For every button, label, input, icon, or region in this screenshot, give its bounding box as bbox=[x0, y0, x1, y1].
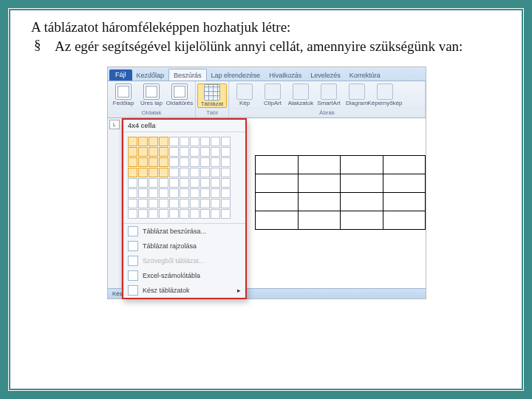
grid-cell[interactable] bbox=[211, 199, 220, 208]
grid-cell[interactable] bbox=[159, 199, 168, 208]
grid-cell[interactable] bbox=[159, 147, 168, 157]
grid-cell[interactable] bbox=[190, 178, 200, 188]
grid-cell[interactable] bbox=[138, 147, 148, 157]
grid-cell[interactable] bbox=[138, 178, 148, 188]
grid-cell[interactable] bbox=[221, 147, 231, 157]
grid-cell[interactable] bbox=[221, 188, 231, 198]
btn-smartart[interactable]: SmartArt bbox=[315, 83, 343, 106]
grid-cell[interactable] bbox=[138, 137, 148, 146]
grid-cell[interactable] bbox=[190, 209, 200, 219]
menu-quick-tables[interactable]: Kész táblázatok▸ bbox=[123, 283, 245, 298]
grid-cell[interactable] bbox=[138, 168, 148, 177]
grid-cell[interactable] bbox=[169, 157, 179, 167]
grid-cell[interactable] bbox=[169, 137, 179, 146]
grid-cell[interactable] bbox=[180, 168, 189, 177]
tab-home[interactable]: Kezdőlap bbox=[132, 69, 169, 81]
grid-cell[interactable] bbox=[211, 147, 220, 157]
grid-cell[interactable] bbox=[190, 157, 200, 167]
grid-size-picker[interactable] bbox=[123, 132, 245, 223]
menu-draw-table[interactable]: Táblázat rajzolása bbox=[123, 239, 245, 253]
grid-cell[interactable] bbox=[200, 157, 210, 167]
grid-cell[interactable] bbox=[128, 157, 137, 167]
menu-excel-spreadsheet[interactable]: Excel-számolótábla bbox=[123, 268, 245, 283]
grid-cell[interactable] bbox=[211, 209, 220, 219]
grid-cell[interactable] bbox=[128, 147, 137, 157]
grid-cell[interactable] bbox=[211, 137, 220, 146]
grid-cell[interactable] bbox=[200, 199, 210, 208]
grid-cell[interactable] bbox=[128, 178, 137, 188]
grid-cell[interactable] bbox=[190, 199, 200, 208]
grid-cell[interactable] bbox=[159, 188, 168, 198]
grid-cell[interactable] bbox=[169, 147, 179, 157]
grid-cell[interactable] bbox=[180, 178, 189, 188]
grid-cell[interactable] bbox=[211, 168, 220, 177]
grid-cell[interactable] bbox=[221, 199, 231, 208]
grid-cell[interactable] bbox=[149, 188, 158, 198]
grid-cell[interactable] bbox=[180, 209, 189, 219]
grid-cell[interactable] bbox=[211, 178, 220, 188]
tab-review[interactable]: Korrektúra bbox=[345, 69, 385, 81]
grid-cell[interactable] bbox=[190, 168, 200, 177]
grid-cell[interactable] bbox=[169, 168, 179, 177]
grid-cell[interactable] bbox=[200, 147, 210, 157]
grid-cell[interactable] bbox=[159, 168, 168, 177]
grid-cell[interactable] bbox=[149, 168, 158, 177]
grid-cell[interactable] bbox=[138, 157, 148, 167]
btn-coverpage[interactable]: Fedőlap bbox=[109, 83, 137, 106]
btn-blankpage[interactable]: Üres lap bbox=[137, 83, 166, 106]
grid-cell[interactable] bbox=[138, 209, 148, 219]
grid-cell[interactable] bbox=[190, 147, 200, 157]
grid-cell[interactable] bbox=[149, 147, 158, 157]
grid-cell[interactable] bbox=[159, 157, 168, 167]
tab-mailings[interactable]: Levelezés bbox=[306, 69, 345, 81]
grid-cell[interactable] bbox=[149, 209, 158, 219]
grid-cell[interactable] bbox=[149, 199, 158, 208]
btn-table[interactable]: Táblázat bbox=[197, 83, 227, 108]
grid-cell[interactable] bbox=[169, 209, 179, 219]
grid-cell[interactable] bbox=[159, 137, 168, 146]
grid-cell[interactable] bbox=[180, 147, 189, 157]
grid-cell[interactable] bbox=[149, 137, 158, 146]
tab-file[interactable]: Fájl bbox=[109, 69, 132, 81]
grid-cell[interactable] bbox=[200, 178, 210, 188]
grid-cell[interactable] bbox=[128, 137, 137, 146]
grid-cell[interactable] bbox=[180, 188, 189, 198]
grid-cell[interactable] bbox=[169, 188, 179, 198]
grid-cell[interactable] bbox=[200, 137, 210, 146]
grid-cell[interactable] bbox=[221, 157, 231, 167]
grid-cell[interactable] bbox=[149, 157, 158, 167]
btn-chart[interactable]: Diagram bbox=[343, 83, 371, 106]
grid-cell[interactable] bbox=[128, 168, 137, 177]
grid-cell[interactable] bbox=[159, 178, 168, 188]
btn-picture[interactable]: Kép bbox=[231, 83, 259, 106]
grid-cell[interactable] bbox=[221, 137, 231, 146]
btn-clipart[interactable]: ClipArt bbox=[259, 83, 287, 106]
grid-cell[interactable] bbox=[190, 188, 200, 198]
tab-pagelayout[interactable]: Lap elrendezése bbox=[207, 69, 265, 81]
grid-cell[interactable] bbox=[221, 178, 231, 188]
grid-cell[interactable] bbox=[211, 188, 220, 198]
grid-cell[interactable] bbox=[159, 209, 168, 219]
grid-cell[interactable] bbox=[221, 209, 231, 219]
tab-insert[interactable]: Beszúrás bbox=[168, 69, 207, 81]
grid-cell[interactable] bbox=[169, 178, 179, 188]
grid-cell[interactable] bbox=[149, 178, 158, 188]
grid-cell[interactable] bbox=[128, 199, 137, 208]
grid-cell[interactable] bbox=[211, 157, 220, 167]
grid-cell[interactable] bbox=[200, 209, 210, 219]
grid-cell[interactable] bbox=[138, 199, 148, 208]
grid-cell[interactable] bbox=[180, 157, 189, 167]
grid-cell[interactable] bbox=[200, 188, 210, 198]
grid-cell[interactable] bbox=[128, 209, 137, 219]
btn-shapes[interactable]: Alakzatok bbox=[287, 83, 315, 106]
grid-cell[interactable] bbox=[180, 199, 189, 208]
btn-screenshot[interactable]: Képernyőkép bbox=[371, 83, 399, 106]
grid-cell[interactable] bbox=[200, 168, 210, 177]
btn-pagebreak[interactable]: Oldaltörés bbox=[166, 83, 194, 106]
menu-insert-table[interactable]: Táblázat beszúrása... bbox=[123, 224, 245, 239]
tab-references[interactable]: Hivatkozás bbox=[265, 69, 306, 81]
grid-cell[interactable] bbox=[169, 199, 179, 208]
grid-cell[interactable] bbox=[138, 188, 148, 198]
grid-cell[interactable] bbox=[221, 168, 231, 177]
grid-cell[interactable] bbox=[128, 188, 137, 198]
